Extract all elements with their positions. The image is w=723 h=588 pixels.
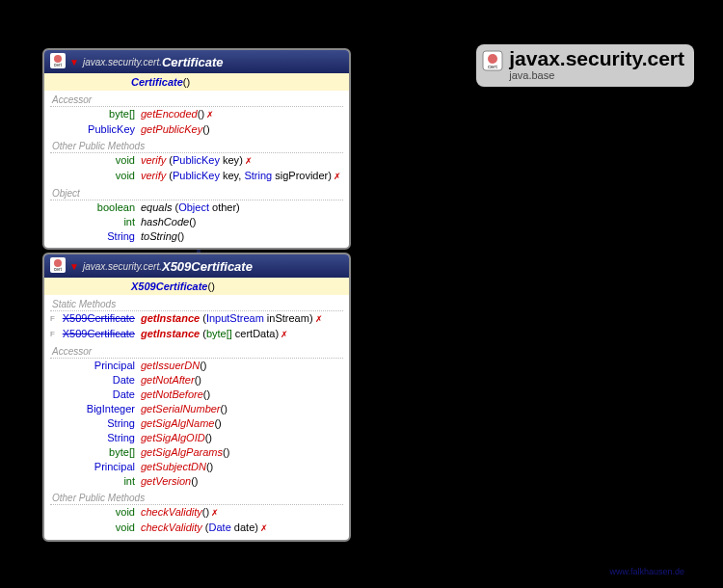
throws-icon: ✗ bbox=[206, 110, 214, 120]
package-module: java.base bbox=[509, 69, 684, 81]
method-params: () bbox=[198, 108, 204, 120]
class-x509certificate: cert ▼ javax.security.cert.X509Certifica… bbox=[42, 253, 351, 542]
method-row: StringgetSigAlgName() bbox=[44, 416, 349, 431]
svg-point-1 bbox=[488, 54, 497, 64]
method-row: byte[]getSigAlgParams() bbox=[44, 445, 349, 460]
method-name: verify bbox=[141, 154, 166, 166]
method-row: intgetVersion() bbox=[44, 474, 349, 489]
method-row: void verify (PublicKey key)✗ bbox=[44, 153, 349, 169]
method-name: getNotBefore bbox=[141, 388, 203, 400]
svg-text:cert: cert bbox=[488, 64, 497, 69]
method-row: void verify (PublicKey key, String sigPr… bbox=[44, 169, 349, 184]
param-type: PublicKey bbox=[173, 170, 220, 181]
method-name: verify bbox=[141, 170, 166, 181]
package-name: javax.security.cert bbox=[509, 48, 684, 68]
throws-icon: ✗ bbox=[334, 172, 341, 181]
param-name: sigProvider bbox=[275, 170, 328, 181]
method-params: () bbox=[202, 506, 209, 518]
class-name: Certificate bbox=[162, 55, 224, 69]
param-name: key bbox=[223, 170, 238, 181]
constructor-params: () bbox=[208, 281, 215, 292]
return-type: Date bbox=[56, 373, 141, 388]
method-row: StringgetSigAlgOID() bbox=[44, 431, 349, 445]
param-type: byte[] bbox=[206, 328, 232, 339]
method-row: PrincipalgetSubjectDN() bbox=[44, 460, 349, 474]
param-name: inStream bbox=[267, 312, 309, 324]
method-name: getSigAlgName bbox=[141, 417, 214, 429]
class-header: cert ▼ javax.security.cert.X509Certifica… bbox=[44, 254, 349, 278]
method-params: () bbox=[203, 388, 210, 400]
param-type: InputStream bbox=[206, 312, 264, 324]
method-params: () bbox=[221, 403, 228, 414]
method-name: getSigAlgParams bbox=[141, 446, 223, 458]
method-name: checkValidity bbox=[141, 506, 202, 518]
return-type: int bbox=[56, 215, 141, 229]
method-name: getIssuerDN bbox=[141, 360, 200, 371]
method-row: boolean equals (Object other) bbox=[44, 200, 349, 215]
method-row: int hashCode() bbox=[44, 215, 349, 229]
section-other: Other Public Methods bbox=[44, 489, 349, 504]
method-params: () bbox=[214, 417, 221, 429]
param-name: key bbox=[223, 154, 239, 166]
section-other: Other Public Methods bbox=[44, 137, 349, 152]
cert-icon: cert bbox=[50, 53, 66, 70]
param-name: other bbox=[212, 201, 236, 213]
param-type: Object bbox=[178, 201, 209, 213]
class-header: cert ▼ javax.security.cert.Certificate bbox=[44, 50, 349, 73]
method-row: PrincipalgetIssuerDN() bbox=[44, 359, 349, 373]
class-package: javax.security.cert. bbox=[83, 261, 162, 272]
constructor-params: () bbox=[183, 76, 190, 88]
method-params: () bbox=[195, 374, 201, 386]
svg-text:cert: cert bbox=[54, 62, 63, 67]
throws-icon: ✗ bbox=[260, 523, 268, 533]
return-type: PublicKey bbox=[56, 122, 141, 137]
param-name: certData bbox=[235, 328, 276, 339]
method-params: () bbox=[205, 432, 212, 443]
cert-icon: cert bbox=[482, 50, 503, 71]
method-name: checkValidity bbox=[141, 521, 202, 533]
method-name: getEncoded bbox=[141, 108, 198, 120]
return-type: X509Certificate bbox=[56, 327, 141, 342]
package-header: cert javax.security.cert java.base bbox=[476, 44, 694, 87]
return-type: boolean bbox=[56, 200, 141, 215]
method-name: equals bbox=[141, 201, 172, 213]
return-type: String bbox=[56, 431, 141, 445]
method-params: () bbox=[191, 475, 198, 487]
section-object: Object bbox=[44, 184, 349, 200]
method-name: hashCode bbox=[141, 216, 189, 227]
return-type: void bbox=[56, 521, 141, 536]
return-type: int bbox=[56, 474, 141, 489]
return-type: byte[] bbox=[56, 107, 141, 122]
method-row: BigIntegergetSerialNumber() bbox=[44, 402, 349, 416]
section-static: Static Methods bbox=[44, 295, 349, 310]
method-params: () bbox=[189, 216, 196, 227]
throws-icon: ✗ bbox=[281, 330, 288, 339]
section-accessor: Accessor bbox=[44, 91, 349, 106]
class-certificate: cert ▼ javax.security.cert.Certificate C… bbox=[42, 48, 351, 250]
method-params: () bbox=[177, 230, 184, 242]
throws-icon: ✗ bbox=[245, 156, 253, 166]
param-type: String bbox=[244, 170, 272, 181]
param-name: date bbox=[234, 521, 254, 533]
return-type: String bbox=[56, 229, 141, 244]
method-name: getSubjectDN bbox=[141, 461, 206, 472]
cert-icon: cert bbox=[50, 257, 66, 275]
method-name: getSerialNumber bbox=[141, 403, 221, 414]
footer-link[interactable]: www.falkhausen.de bbox=[609, 567, 684, 576]
method-name: getNotAfter bbox=[141, 374, 195, 386]
method-params: () bbox=[206, 461, 213, 472]
abstract-marker-icon: ▼ bbox=[69, 57, 79, 67]
param-type: PublicKey bbox=[173, 154, 220, 166]
throws-icon: ✗ bbox=[211, 508, 219, 518]
method-name: getPublicKey bbox=[141, 123, 202, 135]
method-row: voidcheckValidity()✗ bbox=[44, 505, 349, 521]
return-type: X509Certificate bbox=[56, 311, 141, 327]
method-row: DategetNotAfter() bbox=[44, 373, 349, 388]
return-type: String bbox=[56, 416, 141, 431]
section-accessor: Accessor bbox=[44, 342, 349, 358]
throws-icon: ✗ bbox=[315, 314, 323, 324]
method-row: PublicKey getPublicKey() bbox=[44, 122, 349, 137]
constructor-row: X509Certificate() bbox=[44, 278, 349, 295]
method-params: () bbox=[202, 123, 209, 135]
constructor-name: Certificate bbox=[131, 76, 183, 88]
